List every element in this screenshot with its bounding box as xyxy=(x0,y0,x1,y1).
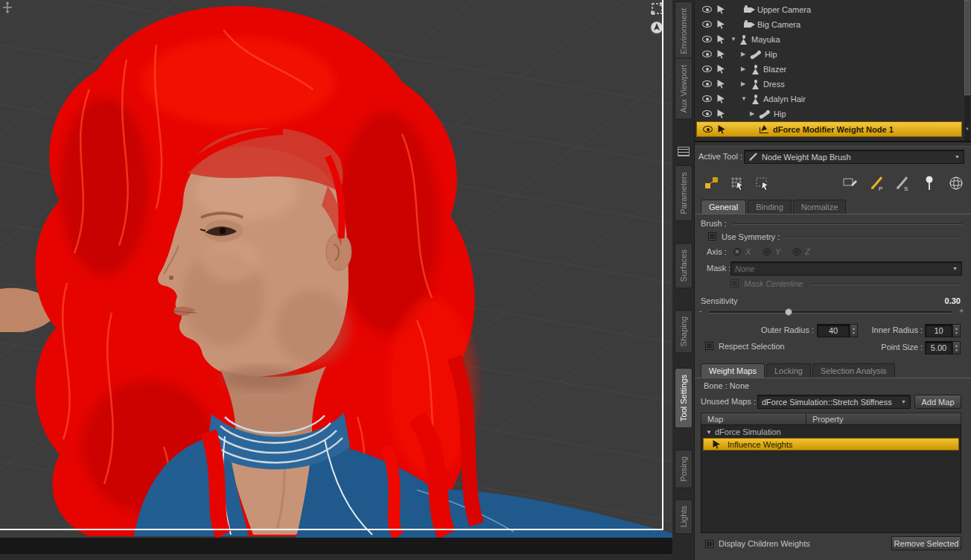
column-header-property[interactable]: Property xyxy=(806,413,961,425)
sensitivity-slider[interactable] xyxy=(710,311,952,314)
tree-row-dforce-weight-node[interactable]: dForce Modifier Weight Node 1 xyxy=(696,121,962,137)
spin-down-icon[interactable]: ▼ xyxy=(852,331,856,335)
respect-selection-checkbox[interactable] xyxy=(705,342,713,350)
axis-y-radio[interactable] xyxy=(763,248,771,255)
pane-options-icon[interactable] xyxy=(678,147,690,156)
visibility-eye-icon[interactable] xyxy=(702,95,712,102)
tab-posing[interactable]: Posing xyxy=(675,450,693,489)
selectability-cursor-icon[interactable] xyxy=(717,20,725,29)
tab-weight-maps[interactable]: Weight Maps xyxy=(701,363,765,378)
selectability-cursor-icon[interactable] xyxy=(717,35,725,44)
visibility-eye-icon[interactable] xyxy=(702,80,712,87)
axis-x-radio[interactable] xyxy=(733,248,741,255)
selectability-cursor-icon[interactable] xyxy=(718,125,726,134)
selectability-cursor-icon[interactable] xyxy=(717,109,725,118)
tree-label[interactable]: Blazer xyxy=(763,65,786,74)
tab-normalize[interactable]: Normalize xyxy=(793,200,847,214)
use-symmetry-checkbox[interactable] xyxy=(708,232,716,241)
visibility-eye-icon[interactable] xyxy=(702,36,712,42)
tree-row-dress[interactable]: ▶ Dress xyxy=(696,77,962,92)
map-row-label[interactable]: Influence Weights xyxy=(728,440,792,449)
slider-plus-icon[interactable]: + xyxy=(959,307,964,315)
collapse-icon[interactable]: ▼ xyxy=(741,96,747,102)
selectability-cursor-icon[interactable] xyxy=(717,95,725,104)
tree-label[interactable]: Hip xyxy=(774,109,786,118)
tab-shaping[interactable]: Shaping xyxy=(675,310,693,353)
tab-parameters[interactable]: Parameters xyxy=(675,165,693,221)
tree-label[interactable]: Upper Camera xyxy=(757,5,811,14)
selectability-cursor-icon[interactable] xyxy=(717,80,725,89)
geometry-selection-icon[interactable] xyxy=(726,172,748,194)
selectability-cursor-icon[interactable] xyxy=(717,5,725,14)
tab-locking[interactable]: Locking xyxy=(766,363,811,378)
active-tool-dropdown[interactable]: Node Weight Map Brush ▼ xyxy=(744,150,964,164)
smooth-brush-icon[interactable]: S xyxy=(891,172,914,194)
scrollbar-thumb[interactable] xyxy=(964,0,970,95)
paint-brush-icon[interactable]: P xyxy=(866,172,888,194)
view-orbit-icon[interactable] xyxy=(651,22,663,34)
map-group-row[interactable]: ▼ dForce Simulation xyxy=(703,427,959,438)
tree-row-mayuka[interactable]: ▼ Mayuka xyxy=(696,32,962,47)
visibility-eye-icon[interactable] xyxy=(702,51,712,57)
tree-row-blazer[interactable]: ▶ Blazer xyxy=(696,62,962,77)
group-collapse-icon[interactable]: ▼ xyxy=(706,430,712,436)
visibility-eye-icon[interactable] xyxy=(702,21,712,28)
spin-up-icon[interactable]: ▲ xyxy=(955,344,958,348)
spin-down-icon[interactable]: ▼ xyxy=(955,331,958,335)
tree-row-hip-hair[interactable]: ▶ Hip xyxy=(696,106,962,121)
tree-row-big-camera[interactable]: Big Camera xyxy=(696,17,962,32)
visibility-eye-icon[interactable] xyxy=(702,6,712,13)
outer-radius-spinner[interactable]: ▲ ▼ xyxy=(850,324,858,337)
slider-handle[interactable] xyxy=(785,308,792,316)
outer-radius-field[interactable] xyxy=(817,324,850,337)
tree-label[interactable]: dForce Modifier Weight Node 1 xyxy=(773,125,894,134)
visibility-eye-icon[interactable] xyxy=(703,126,713,133)
tree-label[interactable]: Dress xyxy=(763,80,785,89)
column-header-map[interactable]: Map xyxy=(701,413,806,425)
display-children-checkbox[interactable] xyxy=(705,540,713,548)
map-row-influence-weights[interactable]: Influence Weights xyxy=(703,438,959,451)
expand-icon[interactable]: ▶ xyxy=(741,51,745,57)
selectability-cursor-icon[interactable] xyxy=(717,65,725,74)
visibility-eye-icon[interactable] xyxy=(702,66,712,72)
collapse-icon[interactable]: ▼ xyxy=(730,36,736,42)
tab-selection-analysis[interactable]: Selection Analysis xyxy=(812,363,895,378)
mask-dropdown[interactable]: None ▼ xyxy=(730,261,962,276)
point-size-spinner[interactable]: ▲ ▼ xyxy=(952,341,961,354)
point-size-field[interactable] xyxy=(925,341,952,354)
spin-down-icon[interactable]: ▼ xyxy=(955,349,958,352)
rect-select-icon[interactable] xyxy=(839,172,862,194)
tab-lights[interactable]: Lights xyxy=(675,499,693,534)
expand-icon[interactable]: ▶ xyxy=(750,111,754,117)
tab-tool-settings[interactable]: Tool Settings xyxy=(675,368,693,428)
node-selection-icon[interactable] xyxy=(701,172,723,194)
scroll-down-icon[interactable]: ▼ xyxy=(964,127,970,131)
tree-row-upper-camera[interactable]: Upper Camera xyxy=(696,2,962,17)
inner-radius-spinner[interactable]: ▲ ▼ xyxy=(952,324,961,337)
add-map-button[interactable]: Add Map xyxy=(914,395,961,409)
scene-scrollbar[interactable]: ▼ xyxy=(964,0,970,141)
tree-label[interactable]: Hip xyxy=(765,50,777,59)
remove-selected-button[interactable]: Remove Selected xyxy=(891,536,961,550)
unused-maps-dropdown[interactable]: dForce Simulation::Stretch Stiffness ▼ xyxy=(757,395,911,409)
axis-z-radio[interactable] xyxy=(793,248,800,255)
spin-up-icon[interactable]: ▲ xyxy=(852,327,856,331)
tab-binding[interactable]: Binding xyxy=(748,200,792,214)
tab-environment[interactable]: Environment xyxy=(675,1,693,61)
tab-aux-viewport[interactable]: Aux Viewport xyxy=(675,58,693,120)
tree-label[interactable]: Big Camera xyxy=(757,20,800,29)
selectability-cursor-icon[interactable] xyxy=(717,50,725,59)
tree-label[interactable]: Mayuka xyxy=(751,35,780,44)
map-group-label[interactable]: dForce Simulation xyxy=(715,427,781,436)
marquee-selection-icon[interactable] xyxy=(751,172,774,194)
tab-general[interactable]: General xyxy=(701,200,746,214)
tab-surfaces[interactable]: Surfaces xyxy=(675,243,693,288)
spin-up-icon[interactable]: ▲ xyxy=(955,327,958,331)
visibility-eye-icon[interactable] xyxy=(702,110,712,117)
expand-icon[interactable]: ▶ xyxy=(741,66,745,72)
mask-centerline-checkbox[interactable] xyxy=(730,279,739,287)
tree-row-hip[interactable]: ▶ Hip xyxy=(696,47,962,62)
viewport-3d[interactable] xyxy=(0,0,672,538)
pin-icon[interactable] xyxy=(918,172,940,194)
pane-divider[interactable] xyxy=(695,141,971,147)
